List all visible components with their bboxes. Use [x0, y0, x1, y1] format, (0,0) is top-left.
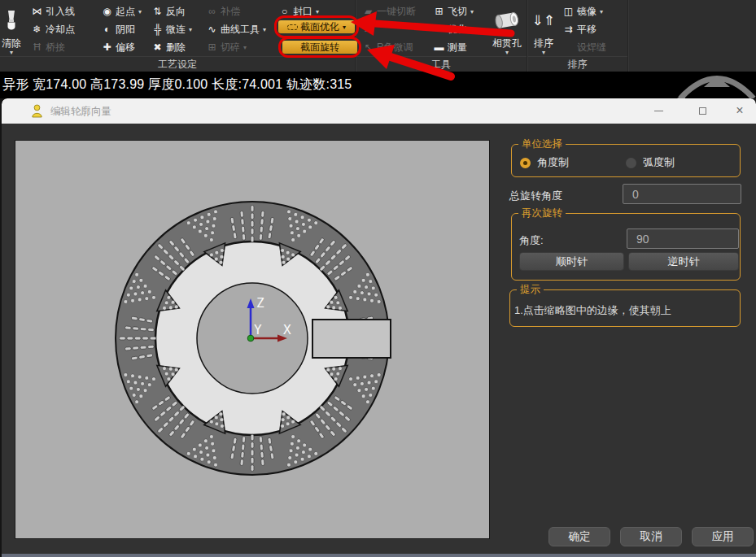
ribbon-item-optimize[interactable]: ✎优化: [430, 20, 483, 38]
ribbon-item-reverse[interactable]: ⇅反向: [148, 2, 199, 20]
sort-icon: ⇓⇑: [532, 2, 556, 38]
ribbon-item-mirror[interactable]: ◫镜像▾: [559, 2, 621, 20]
mirror-icon: ◫: [562, 6, 575, 17]
optimize-icon: ✎: [433, 24, 445, 35]
bridge-label: 桥接: [46, 41, 65, 54]
reverse-icon: ⇅: [151, 6, 164, 17]
yin-yang-label: 阴阳: [116, 23, 135, 37]
reverse-label: 反向: [166, 5, 186, 19]
rotate-group-title: 再次旋转: [518, 207, 566, 219]
ok-button[interactable]: 确定: [548, 527, 610, 546]
measure-label: 测量: [448, 41, 467, 54]
brake-disc-drawing: ZYX: [15, 141, 489, 538]
start-point-icon: ◉: [101, 6, 113, 17]
bridge-icon: Ħ: [31, 41, 43, 53]
ribbon-item-sort[interactable]: ⇓⇑排序▾: [531, 2, 557, 56]
contour-preview-canvas[interactable]: ZYX: [15, 140, 490, 539]
total-angle-label: 总旋转角度: [509, 189, 562, 203]
delete-label: 删除: [166, 41, 186, 54]
svg-text:Y: Y: [254, 322, 262, 337]
counterclockwise-button[interactable]: 逆时针: [628, 252, 739, 271]
ribbon-item-fly-cut[interactable]: ⊞飞切▾: [430, 2, 483, 20]
radio-degrees-icon: [520, 158, 531, 168]
chevron-down-icon: ▾: [189, 26, 192, 33]
curve-tools-label: 曲线工具: [221, 23, 260, 37]
cooling-point-label: 冷却点: [46, 23, 75, 37]
dialog-title: 编辑轮廓向量: [50, 105, 111, 119]
radio-radians-icon: [626, 158, 636, 168]
ribbon-item-offset[interactable]: ✚偏移: [98, 38, 146, 56]
micro-joint-label: 微连: [166, 23, 186, 37]
micro-joint-icon: ╬: [151, 24, 164, 35]
radio-radians[interactable]: 弧度制: [626, 155, 675, 170]
mirror-label: 镜像: [577, 5, 596, 19]
ribbon-item-intersecting-hole[interactable]: 相贯孔▾: [488, 2, 526, 56]
status-bar: 异形 宽174.00 高173.99 厚度0.100 长度:74.001 轨迹数…: [0, 72, 756, 98]
ribbon-item-clear[interactable]: 清除▾: [0, 2, 23, 56]
chevron-down-icon: ▾: [505, 49, 509, 56]
chevron-down-icon: ▾: [263, 26, 266, 33]
sort-label: 排序: [534, 38, 553, 49]
set-weld-seam-label: 设焊缝: [577, 41, 606, 54]
close-icon: ×: [736, 103, 743, 118]
compensation-icon: ∞: [206, 6, 218, 17]
radio-degrees-label: 角度制: [537, 155, 569, 170]
hint-text: 1.点击缩略图中的边缘，使其朝上: [514, 303, 671, 318]
ribbon-toolbar: 清除▾⋈引入线❄冷却点Ħ桥接◉起点▾◐阴阳✚偏移⇅反向╬微连▾✖删除∞补偿∿曲线…: [0, 0, 756, 72]
radio-radians-label: 弧度制: [643, 155, 675, 170]
ribbon-item-start-point[interactable]: ◉起点▾: [98, 2, 146, 20]
ribbon-item-cooling-point[interactable]: ❄冷却点: [28, 20, 91, 38]
ribbon-item-section-rotate[interactable]: 截面旋转: [282, 41, 357, 54]
ribbon-item-curve-tools[interactable]: ∿曲线工具▾: [203, 20, 273, 38]
shape-status-text: 异形 宽174.00 高173.99 厚度0.100 长度:74.001 轨迹数…: [2, 76, 352, 94]
ribbon-item-obscured-item: ▰: [359, 20, 427, 38]
section-rotate-highlight-ring: 截面旋转: [278, 37, 361, 58]
maximize-button[interactable]: [693, 102, 711, 120]
ribbon-item-compensation: ∞补偿: [203, 2, 273, 20]
window-bottom-edge: [2, 554, 756, 557]
ribbon-item-micro-joint[interactable]: ╬微连▾: [148, 20, 199, 38]
minimize-button[interactable]: [649, 102, 667, 120]
ribbon-item-yin-yang[interactable]: ◐阴阳: [98, 20, 146, 38]
chevron-down-icon: ▾: [542, 49, 545, 56]
clockwise-button[interactable]: 顺时针: [519, 252, 624, 271]
chevron-down-icon: ▾: [470, 8, 474, 15]
ribbon-item-section-optimize[interactable]: 截面优化▾: [278, 20, 355, 33]
ribbon-item-measure[interactable]: ▬测量: [430, 38, 483, 56]
yin-yang-icon: ◐: [101, 24, 113, 35]
measure-icon: ▬: [433, 41, 445, 53]
chevron-down-icon: ▾: [138, 8, 142, 15]
start-point-label: 起点: [116, 5, 135, 19]
optimize-label: 优化: [448, 23, 467, 37]
svg-text:X: X: [283, 322, 291, 337]
edit-contour-vector-dialog: 编辑轮廓向量 × ZYX 单位选择 角度制 弧度制 总旋转角度: [2, 98, 756, 557]
chevron-down-icon: ▾: [243, 44, 247, 51]
close-button[interactable]: ×: [731, 102, 749, 120]
lead-in-line-label: 引入线: [46, 5, 75, 19]
ribbon-item-lead-in-line[interactable]: ⋈引入线: [28, 2, 91, 20]
delete-icon: ✖: [151, 41, 164, 53]
ribbon-item-delete[interactable]: ✖删除: [148, 38, 199, 56]
section-optimize-label: 截面优化: [300, 20, 339, 34]
ribbon-group-1: ▰一键切断▰↖R角微调⊞飞切▾✎优化▬测量相贯孔▾工具: [356, 0, 527, 72]
ribbon-item-translate[interactable]: ⇉平移: [559, 20, 621, 38]
ribbon-item-bridge: Ħ桥接: [28, 38, 91, 56]
apply-button[interactable]: 应用: [692, 527, 754, 546]
offset-label: 偏移: [116, 41, 135, 54]
total-angle-input[interactable]: [623, 184, 741, 204]
radio-degrees[interactable]: 角度制: [520, 155, 569, 170]
dialog-body: ZYX 单位选择 角度制 弧度制 总旋转角度 再次旋转 角度: 顺时针: [2, 124, 756, 557]
dialog-title-bar[interactable]: 编辑轮廓向量 ×: [2, 98, 756, 124]
ribbon-item-r-angle-finetune: ↖R角微调: [359, 38, 427, 56]
ribbon-group-2: ⇓⇑排序▾◫镜像▾⇉平移设焊缝排序: [527, 0, 628, 72]
cooling-point-icon: ❄: [31, 24, 43, 35]
section-optimize-highlight-ring: 截面优化▾: [274, 15, 359, 38]
ribbon-group-label: 工艺设定: [0, 56, 355, 72]
cancel-button[interactable]: 取消: [620, 527, 682, 546]
chevron-down-icon: ▾: [316, 8, 319, 15]
offset-icon: ✚: [101, 41, 113, 53]
hint-group-title: 提示: [517, 284, 544, 295]
angle-input[interactable]: [627, 228, 739, 249]
ribbon-group-label: 工具: [356, 56, 527, 72]
maximize-icon: [699, 107, 706, 115]
